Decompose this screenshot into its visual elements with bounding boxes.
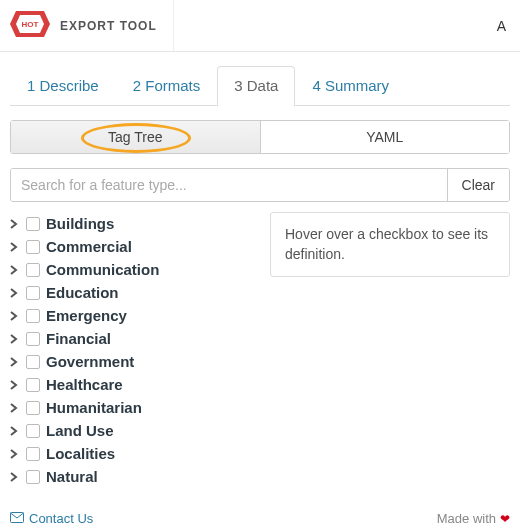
tree-item: Government — [10, 350, 256, 373]
search-row: Clear — [10, 168, 510, 202]
feature-checkbox[interactable] — [26, 355, 40, 369]
tree-label: Emergency — [46, 307, 127, 324]
tree-label: Government — [46, 353, 134, 370]
tree-item: Localities — [10, 442, 256, 465]
header-right-menu[interactable]: A — [497, 18, 510, 34]
chevron-right-icon[interactable] — [10, 472, 20, 482]
footer: Contact Us Made with ❤ — [0, 507, 520, 528]
feature-checkbox[interactable] — [26, 378, 40, 392]
chevron-right-icon[interactable] — [10, 219, 20, 229]
chevron-right-icon[interactable] — [10, 242, 20, 252]
brand-logo[interactable]: HOT EXPORT TOOL — [10, 0, 174, 51]
made-with-label: Made with — [437, 511, 496, 526]
hint-box: Hover over a checkbox to see its definit… — [270, 212, 510, 277]
tree-item: Healthcare — [10, 373, 256, 396]
tag-tree: BuildingsCommercialCommunicationEducatio… — [10, 212, 256, 488]
step-data[interactable]: 3 Data — [217, 66, 295, 106]
feature-checkbox[interactable] — [26, 470, 40, 484]
tree-item: Land Use — [10, 419, 256, 442]
brand-text: EXPORT TOOL — [60, 19, 157, 33]
heart-icon: ❤ — [500, 512, 510, 526]
tree-item: Financial — [10, 327, 256, 350]
feature-checkbox[interactable] — [26, 401, 40, 415]
tree-label: Natural — [46, 468, 98, 485]
chevron-right-icon[interactable] — [10, 288, 20, 298]
feature-checkbox[interactable] — [26, 286, 40, 300]
tree-label: Communication — [46, 261, 159, 278]
feature-checkbox[interactable] — [26, 240, 40, 254]
tree-label: Financial — [46, 330, 111, 347]
subtab-tag-tree[interactable]: Tag Tree — [11, 121, 261, 153]
chevron-right-icon[interactable] — [10, 357, 20, 367]
tree-label: Localities — [46, 445, 115, 462]
subtab-yaml[interactable]: YAML — [261, 121, 510, 153]
chevron-right-icon[interactable] — [10, 449, 20, 459]
step-formats[interactable]: 2 Formats — [116, 66, 218, 106]
tree-label: Education — [46, 284, 119, 301]
step-describe[interactable]: 1 Describe — [10, 66, 116, 106]
main-area: BuildingsCommercialCommunicationEducatio… — [10, 212, 510, 488]
hot-logo-icon: HOT — [10, 11, 50, 40]
tree-label: Buildings — [46, 215, 114, 232]
step-summary[interactable]: 4 Summary — [295, 66, 406, 106]
tree-item: Education — [10, 281, 256, 304]
chevron-right-icon[interactable] — [10, 311, 20, 321]
app-header: HOT EXPORT TOOL A — [0, 0, 520, 52]
made-with: Made with ❤ — [437, 511, 510, 526]
wizard-steps: 1 Describe 2 Formats 3 Data 4 Summary — [0, 52, 520, 106]
tree-item: Buildings — [10, 212, 256, 235]
feature-checkbox[interactable] — [26, 447, 40, 461]
feature-checkbox[interactable] — [26, 332, 40, 346]
search-input[interactable] — [11, 169, 447, 201]
feature-checkbox[interactable] — [26, 263, 40, 277]
feature-checkbox[interactable] — [26, 309, 40, 323]
chevron-right-icon[interactable] — [10, 265, 20, 275]
tree-label: Commercial — [46, 238, 132, 255]
tree-label: Land Use — [46, 422, 114, 439]
tree-item: Communication — [10, 258, 256, 281]
chevron-right-icon[interactable] — [10, 403, 20, 413]
chevron-right-icon[interactable] — [10, 380, 20, 390]
mail-icon — [10, 511, 24, 526]
contact-link[interactable]: Contact Us — [10, 511, 93, 526]
tree-label: Humanitarian — [46, 399, 142, 416]
tree-item: Humanitarian — [10, 396, 256, 419]
chevron-right-icon[interactable] — [10, 426, 20, 436]
feature-checkbox[interactable] — [26, 424, 40, 438]
tree-item: Commercial — [10, 235, 256, 258]
tree-label: Healthcare — [46, 376, 123, 393]
svg-text:HOT: HOT — [22, 20, 39, 29]
data-subtabs: Tag Tree YAML — [10, 120, 510, 154]
feature-checkbox[interactable] — [26, 217, 40, 231]
clear-button[interactable]: Clear — [447, 169, 509, 201]
tree-item: Emergency — [10, 304, 256, 327]
chevron-right-icon[interactable] — [10, 334, 20, 344]
contact-label: Contact Us — [29, 511, 93, 526]
tree-item: Natural — [10, 465, 256, 488]
